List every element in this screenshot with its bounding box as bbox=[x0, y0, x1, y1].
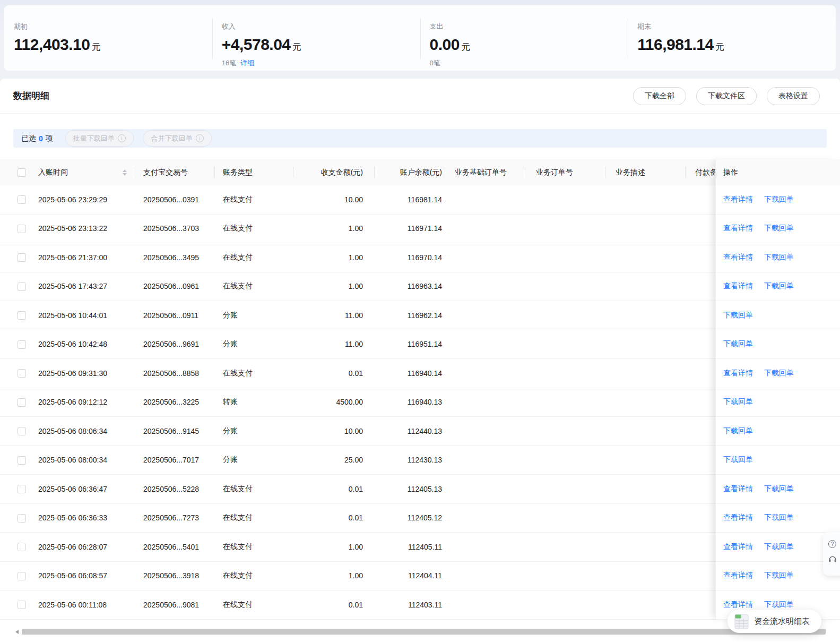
horizontal-scrollbar bbox=[0, 628, 840, 635]
row-select-cell bbox=[0, 398, 38, 407]
download-receipt-link[interactable]: 下载回单 bbox=[764, 369, 794, 378]
cell-time: 2025-05-06 17:43:27 bbox=[38, 282, 134, 290]
row-checkbox[interactable] bbox=[18, 514, 26, 523]
cell-txn: 20250506...5228 bbox=[134, 485, 214, 493]
row-checkbox[interactable] bbox=[18, 543, 26, 551]
sheet-widget[interactable]: 资金流水明细表 bbox=[728, 610, 821, 633]
row-checkbox[interactable] bbox=[18, 195, 26, 204]
selection-bar: 已选 0 项 批量下载回单合并下载回单 bbox=[13, 129, 827, 148]
action-column-header: 操作 bbox=[716, 159, 840, 185]
view-details-link[interactable]: 查看详情 bbox=[723, 369, 753, 378]
column-header-txn: 支付宝交易号 bbox=[134, 159, 214, 185]
summary-unit: 元 bbox=[461, 42, 470, 52]
table-row: 2025-05-06 06:08:5720250506...3918在线支付1.… bbox=[0, 562, 840, 591]
table-row: 2025-05-06 06:36:4720250506...5228在线支付0.… bbox=[0, 475, 840, 504]
action-column-body: 查看详情下载回单查看详情下载回单查看详情下载回单查看详情下载回单下载回单下载回单… bbox=[716, 185, 840, 620]
select-all-checkbox[interactable] bbox=[18, 168, 26, 177]
row-checkbox[interactable] bbox=[18, 311, 26, 320]
download-receipt-link[interactable]: 下载回单 bbox=[723, 311, 753, 320]
row-actions: 下载回单 bbox=[716, 417, 840, 446]
cell-txn: 20250506...8858 bbox=[134, 369, 214, 378]
cell-time: 2025-05-06 23:29:29 bbox=[38, 195, 134, 204]
cell-time: 2025-05-06 10:42:48 bbox=[38, 340, 134, 348]
row-checkbox[interactable] bbox=[18, 283, 26, 291]
row-select-cell bbox=[0, 311, 38, 320]
cell-balance: 112405.12 bbox=[374, 513, 445, 522]
sheet-widget-label: 资金流水明细表 bbox=[754, 617, 810, 627]
download-receipt-link[interactable]: 下载回单 bbox=[764, 484, 794, 494]
download-receipt-link[interactable]: 下载回单 bbox=[764, 195, 794, 204]
row-checkbox[interactable] bbox=[18, 369, 26, 378]
view-details-link[interactable]: 查看详情 bbox=[723, 224, 753, 233]
view-details-link[interactable]: 查看详情 bbox=[723, 542, 753, 552]
summary-unit: 元 bbox=[715, 42, 724, 52]
summary-unit: 元 bbox=[292, 42, 301, 52]
download-receipt-link[interactable]: 下载回单 bbox=[764, 253, 794, 262]
cell-amount: 10.00 bbox=[293, 195, 374, 204]
table-settings-button[interactable]: 表格设置 bbox=[767, 87, 820, 105]
download-receipt-link[interactable]: 下载回单 bbox=[764, 513, 794, 523]
selected-prefix: 已选 bbox=[21, 134, 36, 143]
column-header-order: 业务订单号 bbox=[525, 159, 605, 185]
table-row: 2025-05-06 17:43:2720250506...0961在线支付1.… bbox=[0, 272, 840, 302]
row-checkbox[interactable] bbox=[18, 572, 26, 580]
download-receipt-link[interactable]: 下载回单 bbox=[723, 455, 753, 465]
row-checkbox[interactable] bbox=[18, 340, 26, 349]
cell-amount: 0.01 bbox=[293, 513, 374, 522]
download-all-button[interactable]: 下载全部 bbox=[633, 87, 686, 105]
cell-type: 在线支付 bbox=[214, 513, 293, 523]
row-checkbox[interactable] bbox=[18, 601, 26, 609]
cell-balance: 112405.11 bbox=[374, 543, 445, 551]
column-header-amount: 收支金额(元) bbox=[293, 159, 374, 185]
scroll-thumb[interactable] bbox=[22, 629, 826, 635]
cell-amount: 1.00 bbox=[293, 282, 374, 290]
download-filezone-button[interactable]: 下载文件区 bbox=[696, 87, 757, 105]
row-checkbox[interactable] bbox=[18, 253, 26, 262]
question-icon[interactable] bbox=[828, 540, 836, 548]
headset-icon[interactable] bbox=[828, 555, 837, 563]
view-details-link[interactable]: 查看详情 bbox=[723, 513, 753, 523]
download-receipt-link[interactable]: 下载回单 bbox=[723, 397, 753, 407]
view-details-link[interactable]: 查看详情 bbox=[723, 571, 753, 580]
view-details-link[interactable]: 查看详情 bbox=[723, 253, 753, 262]
row-actions: 下载回单 bbox=[716, 330, 840, 359]
cell-time: 2025-05-06 21:37:00 bbox=[38, 253, 134, 262]
view-details-link[interactable]: 查看详情 bbox=[723, 484, 753, 494]
scroll-left-arrow[interactable] bbox=[15, 630, 19, 634]
batch-download-receipt-button[interactable]: 批量下载回单 bbox=[65, 130, 134, 147]
download-receipt-link[interactable]: 下载回单 bbox=[723, 339, 753, 349]
merge-download-receipt-button[interactable]: 合并下载回单 bbox=[143, 130, 212, 147]
summary-section-expense: 支出 0.00元 0笔 bbox=[420, 5, 628, 71]
income-detail-link[interactable]: 详细 bbox=[240, 59, 254, 67]
download-receipt-link[interactable]: 下载回单 bbox=[764, 571, 794, 580]
download-receipt-link[interactable]: 下载回单 bbox=[764, 224, 794, 233]
row-actions: 下载回单 bbox=[716, 446, 840, 475]
row-checkbox[interactable] bbox=[18, 456, 26, 465]
row-actions: 查看详情下载回单 bbox=[716, 215, 840, 244]
cell-txn: 20250506...0391 bbox=[134, 195, 214, 204]
view-details-link[interactable]: 查看详情 bbox=[723, 195, 753, 204]
cell-balance: 116951.14 bbox=[374, 340, 445, 348]
row-checkbox[interactable] bbox=[18, 225, 26, 233]
column-label: 业务订单号 bbox=[536, 168, 573, 177]
sort-icon[interactable] bbox=[123, 169, 127, 176]
table-row: 2025-05-06 08:06:3420250506...9145分账10.0… bbox=[0, 417, 840, 446]
column-label: 业务描述 bbox=[616, 168, 645, 177]
view-details-link[interactable]: 查看详情 bbox=[723, 600, 753, 610]
row-checkbox[interactable] bbox=[18, 427, 26, 435]
row-checkbox[interactable] bbox=[18, 485, 26, 493]
table-row: 2025-05-06 00:11:0820250506...9081在线支付0.… bbox=[0, 590, 840, 620]
row-checkbox[interactable] bbox=[18, 398, 26, 407]
cell-balance: 116940.14 bbox=[374, 369, 445, 378]
summary-unit: 元 bbox=[92, 42, 101, 52]
row-select-cell bbox=[0, 542, 38, 551]
download-receipt-link[interactable]: 下载回单 bbox=[723, 426, 753, 436]
download-receipt-link[interactable]: 下载回单 bbox=[764, 600, 794, 610]
view-details-link[interactable]: 查看详情 bbox=[723, 281, 753, 291]
summary-label: 期末 bbox=[637, 22, 836, 31]
cell-txn: 20250506...0911 bbox=[134, 311, 214, 320]
download-receipt-link[interactable]: 下载回单 bbox=[764, 281, 794, 291]
cell-amount: 0.01 bbox=[293, 485, 374, 493]
download-receipt-link[interactable]: 下载回单 bbox=[764, 542, 794, 552]
table-header: 入账时间支付宝交易号账务类型收支金额(元)账户余额(元)业务基础订单号业务订单号… bbox=[0, 159, 840, 185]
